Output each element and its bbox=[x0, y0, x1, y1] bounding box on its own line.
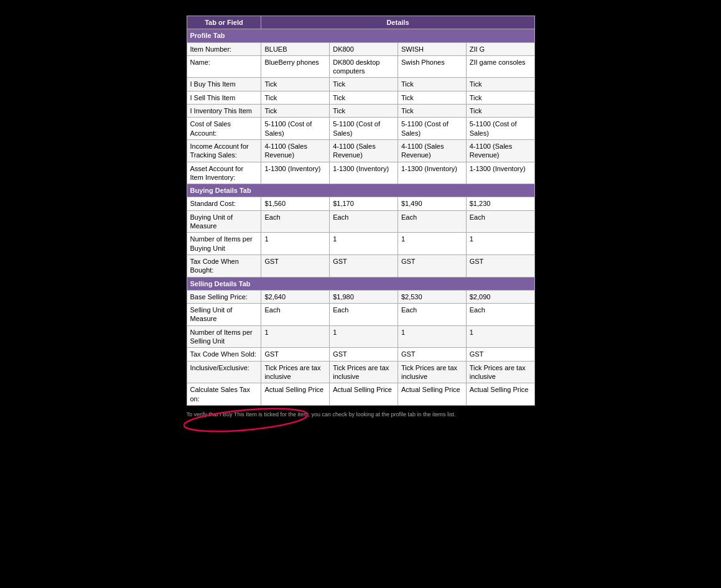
field-value-1: 4-1100 (Sales Revenue) bbox=[330, 139, 398, 162]
field-value-2: GST bbox=[398, 348, 466, 361]
field-value-1: 1 bbox=[330, 233, 398, 255]
field-value-3: $1,230 bbox=[466, 197, 534, 210]
field-label: Number of Items per Buying Unit bbox=[187, 233, 261, 255]
field-value-3: ZII G bbox=[466, 42, 534, 55]
field-value-1: Tick Prices are tax inclusive bbox=[330, 361, 398, 383]
field-value-2: 1-1300 (Inventory) bbox=[398, 162, 466, 184]
field-label: Tax Code When Bought: bbox=[187, 254, 261, 277]
field-label: Income Account for Tracking Sales: bbox=[187, 139, 261, 162]
table-row: Buying Unit of MeasureEachEachEachEach bbox=[187, 210, 534, 233]
field-label: Number of Items per Selling Unit bbox=[187, 325, 261, 348]
section-header-row: Buying Details Tab bbox=[187, 184, 534, 197]
field-label: Item Number: bbox=[187, 42, 261, 55]
table-row: I Sell This ItemTickTickTickTick bbox=[187, 91, 534, 104]
field-value-0: Tick Prices are tax inclusive bbox=[261, 361, 330, 383]
field-value-2: 5-1100 (Cost of Sales) bbox=[398, 118, 466, 140]
main-table: Tab or Field Details Profile TabItem Num… bbox=[187, 16, 535, 406]
field-value-1: $1,170 bbox=[330, 197, 398, 210]
section-label: Buying Details Tab bbox=[187, 184, 534, 197]
field-value-3: Tick bbox=[466, 91, 534, 104]
field-value-0: 1 bbox=[261, 325, 330, 348]
field-value-0: GST bbox=[261, 254, 330, 277]
field-value-3: 5-1100 (Cost of Sales) bbox=[466, 118, 534, 140]
field-value-3: GST bbox=[466, 348, 534, 361]
field-value-2: Tick Prices are tax inclusive bbox=[398, 361, 466, 383]
field-value-1: Each bbox=[330, 210, 398, 233]
table-row: Cost of Sales Account:5-1100 (Cost of Sa… bbox=[187, 118, 534, 140]
field-value-0: Each bbox=[261, 304, 330, 326]
field-value-2: Actual Selling Price bbox=[398, 383, 466, 406]
table-row: Asset Account for Item Inventory:1-1300 … bbox=[187, 162, 534, 184]
field-value-2: $2,530 bbox=[398, 290, 466, 303]
field-value-1: DK800 bbox=[330, 42, 398, 55]
field-value-3: Tick bbox=[466, 105, 534, 118]
field-value-3: 1 bbox=[466, 233, 534, 255]
field-value-3: ZII game consoles bbox=[466, 55, 534, 78]
field-value-0: BLUEB bbox=[261, 42, 330, 55]
section-label: Profile Tab bbox=[187, 29, 534, 42]
table-row: Item Number:BLUEBDK800SWISHZII G bbox=[187, 42, 534, 55]
table-row: Tax Code When Bought:GSTGSTGSTGST bbox=[187, 254, 534, 277]
field-value-0: $2,640 bbox=[261, 290, 330, 303]
field-value-0: Tick bbox=[261, 105, 330, 118]
field-value-2: Each bbox=[398, 210, 466, 233]
table-row: Calculate Sales Tax on:Actual Selling Pr… bbox=[187, 383, 534, 406]
field-value-0: Each bbox=[261, 210, 330, 233]
field-value-3: 1 bbox=[466, 325, 534, 348]
field-value-2: Tick bbox=[398, 78, 466, 91]
field-value-0: Tick bbox=[261, 78, 330, 91]
section-label: Selling Details Tab bbox=[187, 277, 534, 290]
table-row: Base Selling Price:$2,640$1,980$2,530$2,… bbox=[187, 290, 534, 303]
field-value-3: 1-1300 (Inventory) bbox=[466, 162, 534, 184]
field-value-0: 4-1100 (Sales Revenue) bbox=[261, 139, 330, 162]
field-value-0: 5-1100 (Cost of Sales) bbox=[261, 118, 330, 140]
field-value-2: 1 bbox=[398, 233, 466, 255]
field-value-0: 1 bbox=[261, 233, 330, 255]
table-row: Number of Items per Selling Unit1111 bbox=[187, 325, 534, 348]
field-value-1: GST bbox=[330, 254, 398, 277]
field-value-2: Tick bbox=[398, 105, 466, 118]
field-label: I Inventory This Item bbox=[187, 105, 261, 118]
field-value-1: Tick bbox=[330, 105, 398, 118]
field-value-0: Tick bbox=[261, 91, 330, 104]
field-label: Tax Code When Sold: bbox=[187, 348, 261, 361]
field-label: Standard Cost: bbox=[187, 197, 261, 210]
field-value-0: GST bbox=[261, 348, 330, 361]
annotation-label: To verify that I Buy This Item is ticked… bbox=[187, 411, 456, 418]
table-row: Tax Code When Sold:GSTGSTGSTGST bbox=[187, 348, 534, 361]
field-value-0: BlueBerry phones bbox=[261, 55, 330, 78]
field-value-1: Each bbox=[330, 304, 398, 326]
field-label: Buying Unit of Measure bbox=[187, 210, 261, 233]
field-value-2: SWISH bbox=[398, 42, 466, 55]
table-row: Income Account for Tracking Sales:4-1100… bbox=[187, 139, 534, 162]
table-row: Number of Items per Buying Unit1111 bbox=[187, 233, 534, 255]
field-value-1: Tick bbox=[330, 78, 398, 91]
field-value-2: Swish Phones bbox=[398, 55, 466, 78]
field-value-3: Actual Selling Price bbox=[466, 383, 534, 406]
field-value-3: Tick Prices are tax inclusive bbox=[466, 361, 534, 383]
field-value-2: $1,490 bbox=[398, 197, 466, 210]
section-header-row: Selling Details Tab bbox=[187, 277, 534, 290]
table-row: Name:BlueBerry phonesDK800 desktop compu… bbox=[187, 55, 534, 78]
field-value-1: Tick bbox=[330, 91, 398, 104]
field-value-1: 1 bbox=[330, 325, 398, 348]
field-value-3: Each bbox=[466, 210, 534, 233]
table-row: I Buy This ItemTickTickTickTick bbox=[187, 78, 534, 91]
field-label: Calculate Sales Tax on: bbox=[187, 383, 261, 406]
header-field: Tab or Field bbox=[187, 16, 261, 29]
table-row: Inclusive/Exclusive:Tick Prices are tax … bbox=[187, 361, 534, 383]
field-value-1: DK800 desktop computers bbox=[330, 55, 398, 78]
field-value-2: Each bbox=[398, 304, 466, 326]
field-value-3: 4-1100 (Sales Revenue) bbox=[466, 139, 534, 162]
field-value-1: $1,980 bbox=[330, 290, 398, 303]
field-label: Base Selling Price: bbox=[187, 290, 261, 303]
header-details: Details bbox=[261, 16, 534, 29]
page-container: Tab or Field Details Profile TabItem Num… bbox=[6, 6, 715, 588]
field-value-3: $2,090 bbox=[466, 290, 534, 303]
field-value-1: 1-1300 (Inventory) bbox=[330, 162, 398, 184]
field-value-3: GST bbox=[466, 254, 534, 277]
table-row: Standard Cost:$1,560$1,170$1,490$1,230 bbox=[187, 197, 534, 210]
field-value-0: $1,560 bbox=[261, 197, 330, 210]
field-label: I Buy This Item bbox=[187, 78, 261, 91]
table-row: I Inventory This ItemTickTickTickTick bbox=[187, 105, 534, 118]
